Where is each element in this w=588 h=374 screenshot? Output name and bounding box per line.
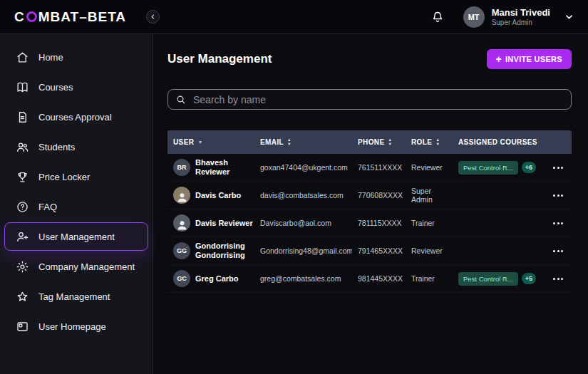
user-email: davis@combatsales.com	[254, 191, 352, 199]
sidebar-item-label: User Management	[38, 232, 115, 242]
user-phone: 770608XXXX	[352, 191, 406, 199]
user-cell: GG Gondorrising Gondorrising	[167, 241, 254, 259]
sidebar-item-courses-approval[interactable]: Courses Approval	[4, 103, 148, 131]
sidebar-item-students[interactable]: Students	[4, 133, 148, 161]
sidebar-item-home[interactable]: Home	[4, 43, 148, 71]
user-email: greg@combatsales.com	[254, 274, 352, 283]
ellipsis-icon	[553, 167, 563, 169]
gear-icon	[16, 260, 29, 274]
search-bar	[167, 89, 572, 110]
row-actions-button[interactable]	[547, 167, 572, 169]
column-header-role[interactable]: ROLE▲▼	[406, 138, 453, 146]
table-row: DC Davis Carbo davis@combatsales.com 770…	[167, 182, 572, 209]
course-chip: Pest Control R...	[458, 161, 518, 175]
user-cell: DR Davis Reviewer	[167, 214, 254, 232]
chevron-down-icon[interactable]	[563, 11, 575, 23]
assigned-courses-cell: Pest Control R... +5	[453, 272, 547, 286]
user-name: Bhavesh Reviewer	[195, 158, 254, 176]
user-email: goxan47404@ukgent.com	[254, 163, 352, 172]
user-phone: 781115XXXX	[352, 219, 406, 227]
faq-icon	[16, 200, 29, 214]
sidebar-item-label: Tag Management	[38, 291, 110, 302]
trophy-icon	[16, 170, 29, 184]
sidebar-item-user-homepage[interactable]: User Homepage	[4, 312, 148, 341]
users-table: USER▼EMAIL▲▼PHONE▲▼ROLE▲▼ASSIGNED COURSE…	[167, 130, 572, 293]
column-header-label: ROLE	[411, 138, 432, 146]
user-avatar: DR	[173, 214, 190, 232]
brand-suffix: MBAT–BETA	[38, 9, 126, 25]
sidebar-collapse-button[interactable]	[146, 10, 160, 24]
row-actions-button[interactable]	[547, 250, 572, 252]
book-icon	[16, 80, 29, 94]
sidebar-item-label: FAQ	[38, 202, 57, 212]
brand-logo: C MBAT–BETA	[14, 9, 126, 25]
sidebar-nav: HomeCoursesCourses ApprovalStudentsPrice…	[0, 43, 153, 341]
user-role: Trainer	[406, 219, 453, 227]
user-plus-icon	[16, 230, 29, 244]
user-avatar-initials: BR	[177, 164, 187, 171]
user-avatar-initials: GG	[177, 247, 187, 254]
layout: HomeCoursesCourses ApprovalStudentsPrice…	[0, 34, 588, 374]
topbar-user-info[interactable]: Mansi Trivedi Super Admin	[492, 7, 550, 26]
table-row: GC Greg Carbo greg@combatsales.com 98144…	[167, 265, 572, 293]
topbar-user-avatar[interactable]: MT	[463, 6, 485, 28]
column-header-user[interactable]: USER▼	[167, 138, 254, 146]
column-header-assigned-courses: ASSIGNED COURSES	[453, 138, 547, 146]
topbar-user-name: Mansi Trivedi	[492, 7, 550, 19]
user-phone: 791465XXXX	[352, 246, 406, 255]
column-header-email[interactable]: EMAIL▲▼	[254, 138, 352, 146]
document-check-icon	[16, 110, 29, 124]
assigned-courses-cell: Pest Control R... +6	[453, 161, 547, 175]
row-actions-button[interactable]	[547, 222, 572, 224]
sort-icon: ▲▼	[388, 138, 393, 146]
course-chip: Pest Control R...	[458, 272, 518, 286]
notifications-bell-icon[interactable]	[430, 10, 445, 24]
homepage-card-icon	[16, 320, 29, 333]
user-avatar: BR	[173, 159, 190, 176]
row-actions-button[interactable]	[547, 278, 572, 280]
search-input[interactable]	[193, 94, 564, 105]
sidebar-item-user-management[interactable]: User Management	[4, 222, 148, 251]
plus-icon: +	[496, 56, 502, 63]
user-phone: 981445XXXX	[352, 274, 406, 283]
column-header-phone[interactable]: PHONE▲▼	[352, 138, 406, 146]
sidebar-item-courses[interactable]: Courses	[4, 73, 148, 101]
table-row: BR Bhavesh Reviewer goxan47404@ukgent.co…	[167, 154, 572, 182]
main-header: User Management + INVITE USERS	[167, 48, 572, 70]
sort-icon: ▲▼	[435, 138, 440, 146]
course-more-badge[interactable]: +5	[522, 273, 536, 284]
sidebar-item-label: Students	[38, 142, 75, 152]
page-title: User Management	[167, 52, 272, 66]
user-email: Gondorrising48@gmail.com	[254, 246, 352, 255]
row-actions-button[interactable]	[547, 194, 572, 197]
topbar-right: MT Mansi Trivedi Super Admin	[430, 6, 588, 28]
sidebar-item-tag-management[interactable]: Tag Management	[4, 282, 148, 311]
sidebar-item-company-management[interactable]: Company Management	[4, 252, 148, 281]
person-icon	[176, 191, 188, 203]
brand-o-icon	[26, 11, 37, 22]
user-avatar: DC	[173, 187, 190, 204]
table-row: GG Gondorrising Gondorrising Gondorrisin…	[167, 237, 572, 265]
ellipsis-icon	[553, 194, 563, 197]
sidebar-item-faq[interactable]: FAQ	[4, 192, 148, 221]
user-email: Daviscarbo@aol.com	[254, 219, 352, 227]
column-header-label: EMAIL	[260, 138, 284, 146]
ellipsis-icon	[553, 278, 563, 280]
column-header-label: ASSIGNED COURSES	[458, 138, 537, 146]
topbar: C MBAT–BETA MT Mansi Trivedi Super Admin	[0, 0, 588, 34]
table-row: DR Davis Reviewer Daviscarbo@aol.com 781…	[167, 209, 572, 237]
main-content: User Management + INVITE USERS USER▼EMAI…	[153, 34, 588, 374]
sort-icon: ▲▼	[287, 138, 292, 146]
user-name: Greg Carbo	[195, 274, 239, 284]
user-avatar: GC	[173, 270, 190, 287]
course-more-badge[interactable]: +6	[522, 162, 536, 173]
sidebar-item-label: Price Locker	[38, 172, 90, 182]
sidebar-item-price-locker[interactable]: Price Locker	[4, 162, 148, 191]
user-role: Super Admin	[406, 187, 453, 204]
user-role: Trainer	[406, 274, 453, 283]
students-icon	[16, 140, 29, 154]
star-icon	[16, 290, 29, 303]
invite-users-button[interactable]: + INVITE USERS	[487, 49, 572, 69]
sidebar: HomeCoursesCourses ApprovalStudentsPrice…	[0, 34, 153, 374]
sidebar-item-label: Company Management	[38, 261, 135, 272]
